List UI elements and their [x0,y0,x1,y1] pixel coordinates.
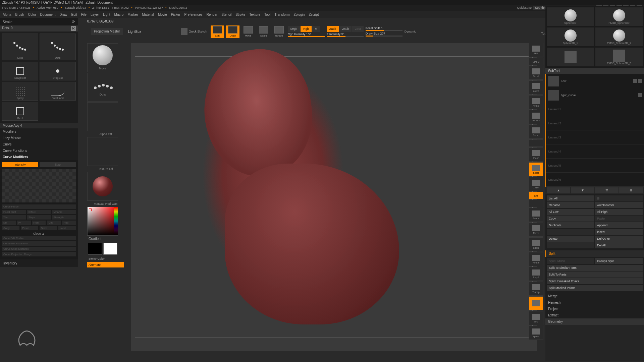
tool-thumb-3[interactable]: Sphere3D_1 [547,27,594,46]
dynamic-toggle[interactable]: Dynamic [405,30,416,33]
copy-button[interactable]: Copy [547,216,594,222]
tool-thumb-1[interactable]: Sphere3D [547,7,594,26]
paste-button[interactable]: Paste [595,216,643,222]
close-curve[interactable]: Close ▲ [2,231,76,236]
und-slider[interactable]: Und [47,221,61,225]
tool-thumb-4[interactable]: PM3D_Sphere3D_1 [595,27,643,46]
zadd-button[interactable]: Zadd [327,26,339,32]
geometry-section[interactable]: Geometry [545,318,644,325]
menu-macro[interactable]: Macro [114,13,124,16]
stroke-dots[interactable]: Dots [2,34,38,60]
draw-button[interactable]: Draw [226,25,239,38]
menu-draw[interactable]: Draw [59,13,67,16]
eh-slider[interactable]: EH [2,221,16,225]
size-toggle[interactable]: Size [40,162,76,167]
steps-slider[interactable]: Steps [27,215,51,220]
local-tool[interactable]: Local [529,162,543,176]
stroke-spray[interactable]: Spray [2,82,38,101]
menu-stencil[interactable]: Stencil [221,13,231,16]
projection-master[interactable]: Projection Master [91,28,123,35]
curve-falloff[interactable]: Curve Falloff [2,204,76,209]
refresh-icon[interactable]: ⟳ [72,19,75,24]
stroke-dragdot[interactable]: DragDot [40,62,76,80]
rotate-tool[interactable]: Rotate [529,252,543,266]
hue-strip[interactable] [114,207,118,235]
brush-preview[interactable]: Move [87,43,118,72]
quicksave-button[interactable]: QuickSave [517,6,532,9]
quicksketch-button[interactable]: Quick Sketch [179,27,209,36]
project-section[interactable]: Project [545,306,644,312]
menu-edit[interactable]: Edit [71,13,77,16]
menu-layer[interactable]: Layer [91,13,99,16]
subtool-item-unused6[interactable]: Unused 6 [546,173,644,187]
menu-alpha[interactable]: Alpha [3,13,11,16]
curve-section[interactable]: Curve [0,141,78,147]
iv-slider[interactable]: IV [17,221,31,225]
focal-shift[interactable]: Focal Shift 0 [366,26,402,30]
delall-button[interactable]: Del All [595,242,643,248]
red-slider[interactable]: Red [62,221,76,225]
menu-document[interactable]: Document [40,13,56,16]
merge-section[interactable]: Merge [545,293,644,299]
stroke-rect[interactable]: Rect [2,102,38,121]
menu-tool[interactable]: Tool [264,13,270,16]
mname-slider[interactable]: Mname [52,210,76,214]
scroll-tool[interactable]: Scroll [529,66,543,80]
stroke-r-button[interactable]: R [71,26,76,31]
lazymouse-section[interactable]: Lazy Mouse [0,135,78,141]
stroke-dragrect2[interactable]: DragRect [2,62,38,80]
inventory-section[interactable]: Inventory [0,259,78,267]
listall-button[interactable]: List All [547,195,594,201]
move-button[interactable]: Move [241,25,255,38]
delother-button[interactable]: Del Other [595,236,643,242]
load-btn[interactable]: Load [58,226,76,230]
z-intensity[interactable]: Z Intensity 51 [327,33,364,36]
switchcolor-button[interactable]: SwitchColor [87,256,124,261]
save-btn[interactable]: Save [40,226,57,230]
listall-icon[interactable]: ⊞ [595,195,643,201]
gradient-label[interactable]: Gradient [87,236,124,241]
alpha-slot[interactable] [87,102,118,131]
tool-thumb-2[interactable]: PM3D_Sphere3D [595,7,643,26]
curveedit-radius[interactable]: CurveEdit Radius [2,236,76,240]
curve-projection[interactable]: Curve Projection Range [2,252,76,256]
zcut-button[interactable]: Zcut [352,26,364,32]
menu-color[interactable]: Color [28,13,36,16]
extract-section[interactable]: Extract [545,312,644,318]
alllow-button[interactable]: All Low [547,209,594,215]
aahalf-tool[interactable]: AAHalf [529,110,543,124]
eye-icon[interactable] [638,93,642,97]
solo-tool[interactable]: Solo [529,311,543,325]
tool-thumb-5[interactable] [547,48,594,66]
autoreorder-button[interactable]: AutoReorder [595,202,643,208]
menu-material[interactable]: Material [142,13,154,16]
curve-snap[interactable]: Curve Snap Distance [2,247,76,251]
allhigh-button[interactable]: All High [595,209,643,215]
eye-icon[interactable] [633,79,637,83]
strength-slider[interactable]: Strength [52,215,76,220]
texture-slot[interactable] [87,137,118,166]
menu-render[interactable]: Render [207,13,218,16]
remesh-section[interactable]: Remesh [545,299,644,306]
curvemod-section[interactable]: Curve Modifiers [0,154,78,160]
menu-zplugin[interactable]: Zplugin [294,13,305,16]
scale-button[interactable]: Scale [257,25,270,38]
menu-stroke[interactable]: Stroke [235,13,245,16]
draw-size[interactable]: Draw Size 207 [366,32,402,35]
subtool-header[interactable]: SubTool [545,68,644,74]
subtool-item-unused1[interactable]: Unused 1 [546,102,644,116]
splithidden-button[interactable]: Split Hidden [547,258,594,264]
lightbox-button[interactable]: LightBox [125,28,145,36]
splitmasked-button[interactable]: Split Masked Points [547,285,643,291]
subtool-item-unused2[interactable]: Unused 2 [546,116,644,130]
paste-btn[interactable]: Paste [21,226,38,230]
tool-thumb-6[interactable]: PM3D_Sphere3D_2 [595,48,643,66]
intensity-toggle[interactable]: Intensity [2,162,38,167]
xyz-tool[interactable]: Xyz [529,192,543,199]
subtool-item-unused3[interactable]: Unused 3 [546,130,644,144]
copy-btn[interactable]: Copy [2,226,19,230]
split-header[interactable]: Split [545,250,644,257]
arrow-allup[interactable]: ⇈ [595,187,619,193]
alternate-button[interactable]: Alternate [87,262,124,267]
delete-button[interactable]: Delete [547,236,594,242]
